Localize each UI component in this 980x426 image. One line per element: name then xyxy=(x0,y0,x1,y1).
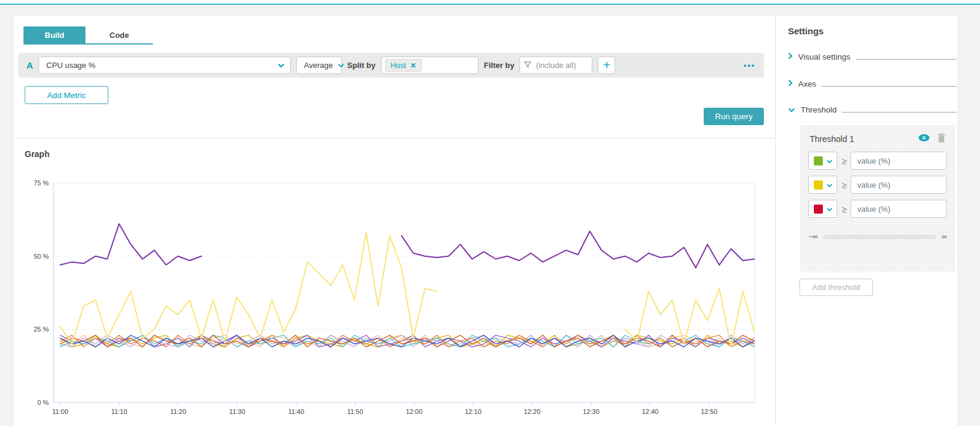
threshold-color-select[interactable] xyxy=(808,200,837,218)
color-swatch-red xyxy=(814,205,823,214)
filter-by-label: Filter by xyxy=(484,61,515,70)
add-threshold-button[interactable]: Add threshold xyxy=(799,279,873,296)
svg-text:50 %: 50 % xyxy=(34,253,49,260)
settings-section-visual-settings[interactable]: Visual settings xyxy=(788,51,957,63)
settings-section-axes[interactable]: Axes xyxy=(788,78,957,90)
filter-placeholder: (include all) xyxy=(536,61,575,70)
threshold-value-input[interactable] xyxy=(851,176,947,194)
threshold-card: Threshold 1 ≥ xyxy=(800,125,955,271)
settings-section-label: Axes xyxy=(798,79,816,88)
threshold-row: ≥ xyxy=(800,200,955,218)
split-chip-host[interactable]: Host ✕ xyxy=(385,59,422,72)
section-rule xyxy=(842,112,957,113)
threshold-range-row: −∞ ∞ xyxy=(800,232,955,241)
metric-select-value: CPU usage % xyxy=(46,61,273,70)
svg-text:11:40: 11:40 xyxy=(288,408,305,415)
chevron-down-icon xyxy=(826,205,833,214)
run-query-button[interactable]: Run query xyxy=(704,108,764,125)
chart-svg: 0 %25 %50 %75 %11:0011:1011:2011:3011:40… xyxy=(13,154,775,426)
svg-text:11:00: 11:00 xyxy=(52,408,69,415)
query-row-label: A xyxy=(26,60,33,70)
split-chip-label: Host xyxy=(391,61,406,70)
neg-infinity-label: −∞ xyxy=(808,232,818,241)
threshold-row: ≥ xyxy=(800,176,955,194)
split-by-input[interactable]: Host ✕ xyxy=(381,57,479,74)
svg-text:25 %: 25 % xyxy=(34,326,49,333)
svg-text:11:20: 11:20 xyxy=(170,408,187,415)
cpu-usage-chart[interactable]: 0 %25 %50 %75 %11:0011:1011:2011:3011:40… xyxy=(13,154,775,426)
gte-operator: ≥ xyxy=(842,180,846,190)
divider xyxy=(13,138,775,138)
svg-text:12:20: 12:20 xyxy=(524,408,541,415)
tab-build[interactable]: Build xyxy=(23,26,85,45)
metric-select[interactable]: CPU usage % xyxy=(39,57,291,74)
svg-text:11:50: 11:50 xyxy=(347,408,364,415)
svg-text:12:50: 12:50 xyxy=(701,408,718,415)
svg-text:0 %: 0 % xyxy=(37,399,49,406)
eye-icon xyxy=(918,134,930,144)
svg-text:11:10: 11:10 xyxy=(111,408,128,415)
settings-title: Settings xyxy=(788,26,823,36)
svg-text:75 %: 75 % xyxy=(34,179,49,187)
aggregation-select-value: Average xyxy=(304,61,333,70)
svg-text:12:30: 12:30 xyxy=(583,408,600,415)
threshold-value-input[interactable] xyxy=(851,200,947,218)
visibility-toggle-button[interactable] xyxy=(918,134,930,144)
svg-text:12:40: 12:40 xyxy=(642,408,659,415)
add-metric-button[interactable]: Add Metric xyxy=(25,86,108,104)
add-filter-button[interactable]: + xyxy=(598,57,615,74)
chevron-right-icon xyxy=(788,79,793,88)
aggregation-select[interactable]: Average xyxy=(296,57,342,74)
color-swatch-yellow xyxy=(814,181,823,190)
chevron-down-icon xyxy=(826,156,833,165)
query-builder-row: A CPU usage % Average Split by Host ✕ Fi… xyxy=(18,53,764,78)
settings-section-threshold[interactable]: Threshold xyxy=(788,103,957,116)
threshold-color-select[interactable] xyxy=(808,152,837,170)
trash-icon xyxy=(937,133,946,144)
remove-chip-icon[interactable]: ✕ xyxy=(411,61,417,70)
section-rule xyxy=(822,86,957,87)
panel-divider xyxy=(775,16,776,426)
chevron-right-icon xyxy=(788,52,793,61)
svg-text:12:00: 12:00 xyxy=(406,408,423,415)
settings-section-label: Threshold xyxy=(801,105,837,114)
delete-threshold-button[interactable] xyxy=(937,133,946,144)
section-rule xyxy=(856,59,957,60)
threshold-range-slider[interactable] xyxy=(823,235,937,239)
color-swatch-green xyxy=(814,156,823,165)
funnel-icon xyxy=(524,61,532,70)
chevron-down-icon xyxy=(278,61,285,70)
chevron-down-icon xyxy=(826,181,833,190)
gte-operator: ≥ xyxy=(842,204,846,214)
settings-section-label: Visual settings xyxy=(798,52,851,61)
gte-operator: ≥ xyxy=(842,156,846,166)
more-options-icon[interactable]: ••• xyxy=(743,61,755,70)
chevron-down-icon xyxy=(338,61,344,70)
threshold-color-select[interactable] xyxy=(808,176,837,194)
split-by-label: Split by xyxy=(347,61,376,70)
top-accent-bar xyxy=(0,0,980,5)
main-panel: Build Code A CPU usage % Average Split b… xyxy=(13,15,958,426)
infinity-label: ∞ xyxy=(941,232,947,241)
svg-text:12:10: 12:10 xyxy=(465,408,482,415)
tab-code[interactable]: Code xyxy=(85,26,153,45)
threshold-value-input[interactable] xyxy=(851,152,947,170)
threshold-title: Threshold 1 xyxy=(810,134,911,144)
chevron-down-icon xyxy=(788,105,795,114)
svg-text:11:30: 11:30 xyxy=(229,408,246,415)
filter-by-input[interactable]: (include all) xyxy=(519,57,592,74)
threshold-row: ≥ xyxy=(800,152,955,170)
